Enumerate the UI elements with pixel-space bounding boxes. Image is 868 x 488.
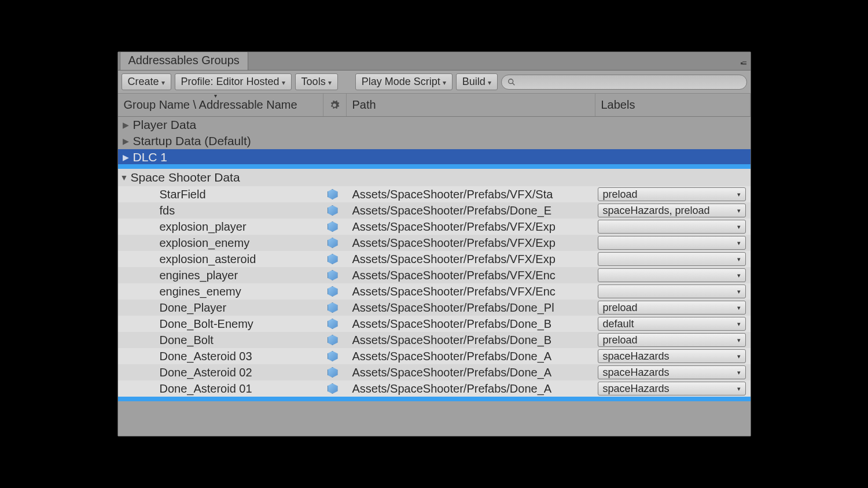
chevron-down-icon [443,76,446,88]
item-path: Assets/SpaceShooter/Prefabs/Done_B [344,334,598,347]
item-path: Assets/SpaceShooter/Prefabs/Done_A [344,366,598,379]
labels-dropdown[interactable]: spaceHazards [598,382,746,395]
item-name: engines_enemy [117,285,321,298]
table-row[interactable]: engines_enemyAssets/SpaceShooter/Prefabs… [117,283,751,300]
item-name: StarField [117,188,321,201]
table-row[interactable]: engines_playerAssets/SpaceShooter/Prefab… [117,267,751,283]
prefab-icon [321,351,344,361]
svg-line-1 [512,83,514,85]
playmode-button[interactable]: Play Mode Script [355,73,453,90]
labels-dropdown[interactable] [598,252,746,266]
labels-dropdown[interactable]: preload [598,301,746,315]
table-row[interactable]: explosion_asteroidAssets/SpaceShooter/Pr… [117,251,751,267]
search-input[interactable] [501,75,747,90]
prefab-icon [321,367,344,378]
labels-dropdown[interactable] [598,220,746,234]
item-name: Done_Bolt [117,334,321,347]
profile-label: Profile: Editor Hosted [181,76,279,88]
group-label: Startup Data (Default) [133,134,251,148]
item-name: Done_Asteroid 02 [117,366,321,379]
column-path[interactable]: Path [347,94,595,116]
group-dlc1[interactable]: ▶ DLC 1 [118,149,751,165]
prefab-icon [321,189,344,199]
table-row[interactable]: Done_Bolt-EnemyAssets/SpaceShooter/Prefa… [117,316,751,332]
item-path: Assets/SpaceShooter/Prefabs/VFX/Sta [344,188,598,201]
build-button[interactable]: Build [456,73,498,90]
playmode-label: Play Mode Script [362,76,440,88]
prefab-icon [321,319,344,329]
prefab-icon [321,286,344,297]
item-path: Assets/SpaceShooter/Prefabs/Done_B [344,317,598,331]
column-name-label: Group Name \ Addressable Name [124,98,297,112]
gear-icon [329,100,340,110]
group-player-data[interactable]: ▶ Player Data [118,117,751,133]
group-space-shooter[interactable]: ▼ Space Shooter Data [117,169,751,186]
item-name: fds [117,204,321,217]
item-name: Done_Asteroid 03 [117,350,321,363]
table-row[interactable]: Done_Asteroid 02Assets/SpaceShooter/Pref… [117,364,751,380]
labels-dropdown[interactable] [598,268,746,282]
table-row[interactable]: Done_Asteroid 01Assets/SpaceShooter/Pref… [117,380,751,397]
item-path: Assets/SpaceShooter/Prefabs/VFX/Exp [344,236,598,250]
labels-dropdown[interactable]: spaceHazards [598,349,746,363]
chevron-down-icon [161,76,165,88]
tools-label: Tools [301,76,326,88]
table-row[interactable]: Done_Asteroid 03Assets/SpaceShooter/Pref… [117,348,751,364]
column-labels[interactable]: Labels [595,94,751,116]
labels-dropdown[interactable] [598,284,746,298]
prefab-icon [321,335,344,345]
chevron-down-icon [328,76,332,88]
chevron-down-icon [488,76,491,88]
labels-dropdown[interactable] [598,236,746,250]
item-name: Done_Player [117,301,321,315]
tab-addressables-groups[interactable]: Addressables Groups [120,51,248,70]
create-label: Create [128,76,159,88]
expand-icon: ▶ [123,153,131,162]
table-row[interactable]: Done_BoltAssets/SpaceShooter/Prefabs/Don… [117,332,751,348]
search-icon [507,78,516,86]
column-headers: Group Name \ Addressable Name ▾ Path Lab… [118,94,751,117]
tools-button[interactable]: Tools [295,73,338,90]
prefab-icon [321,270,344,280]
item-path: Assets/SpaceShooter/Prefabs/Done_E [344,204,598,217]
column-icon[interactable] [323,94,347,116]
prefab-icon [321,302,344,313]
group-label: DLC 1 [133,150,168,164]
create-button[interactable]: Create [122,73,171,90]
labels-dropdown[interactable]: spaceHazards, preload [598,204,746,217]
labels-dropdown[interactable]: preload [598,187,746,201]
prefab-icon [321,238,344,248]
item-path: Assets/SpaceShooter/Prefabs/Done_A [344,350,598,363]
item-path: Assets/SpaceShooter/Prefabs/VFX/Exp [344,220,598,234]
table-row[interactable]: explosion_enemyAssets/SpaceShooter/Prefa… [117,235,751,251]
highlighted-region: ▼ Space Shooter Data StarFieldAssets/Spa… [117,164,751,401]
labels-dropdown[interactable]: preload [598,333,746,347]
addressables-window: Addressables Groups ▪≡ Create Profile: E… [117,51,751,437]
item-name: explosion_asteroid [117,253,321,266]
prefab-icon [321,205,344,216]
item-name: engines_player [117,269,321,282]
build-label: Build [462,76,486,88]
table-row[interactable]: StarFieldAssets/SpaceShooter/Prefabs/VFX… [117,186,751,202]
item-path: Assets/SpaceShooter/Prefabs/Done_Pl [344,301,598,315]
column-name[interactable]: Group Name \ Addressable Name ▾ [118,94,323,116]
item-path: Assets/SpaceShooter/Prefabs/Done_A [344,382,598,395]
item-path: Assets/SpaceShooter/Prefabs/VFX/Exp [344,253,598,266]
prefab-icon [321,221,344,232]
sort-indicator-icon: ▾ [214,93,217,99]
item-path: Assets/SpaceShooter/Prefabs/VFX/Enc [344,269,598,282]
table-row[interactable]: Done_PlayerAssets/SpaceShooter/Prefabs/D… [117,300,751,316]
collapse-icon: ▼ [120,173,128,182]
toolbar: Create Profile: Editor Hosted Tools Play… [118,71,751,94]
profile-button[interactable]: Profile: Editor Hosted [175,73,292,90]
labels-dropdown[interactable]: default [598,317,746,331]
item-name: Done_Bolt-Enemy [117,317,321,331]
expand-icon: ▶ [123,120,131,130]
group-startup-data[interactable]: ▶ Startup Data (Default) [118,133,751,149]
table-row[interactable]: explosion_playerAssets/SpaceShooter/Pref… [117,219,751,235]
item-path: Assets/SpaceShooter/Prefabs/VFX/Enc [344,285,598,298]
window-menu-icon[interactable]: ▪≡ [740,58,750,70]
item-name: Done_Asteroid 01 [117,382,321,395]
labels-dropdown[interactable]: spaceHazards [598,365,746,379]
table-row[interactable]: fdsAssets/SpaceShooter/Prefabs/Done_Espa… [117,202,751,219]
